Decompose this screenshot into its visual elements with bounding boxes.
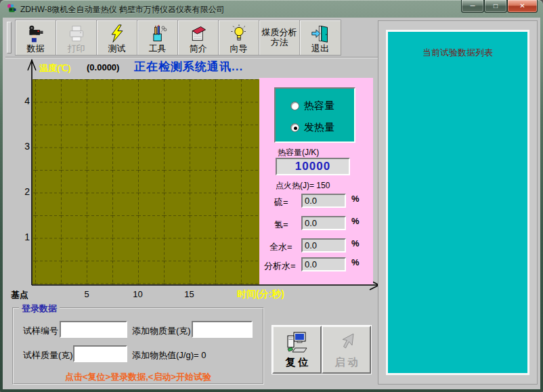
sample-id-label: 试样编号 [23, 325, 58, 337]
toolbar-button-intro[interactable]: 简介 [178, 20, 219, 55]
y-tick-4: 4 [18, 95, 30, 106]
tools-icon [148, 24, 167, 43]
ignition-heat-value: 150 [316, 181, 330, 190]
toolbar-label-data: 数据 [27, 44, 45, 53]
y-tick-1: 1 [18, 232, 30, 242]
window-title: ZDHW-8微机全自动量热仪 鹤壁市万博仪器仪表有限公司 [20, 4, 225, 16]
title-bar[interactable]: ZDHW-8微机全自动量热仪 鹤壁市万博仪器仪表有限公司 ─ □ ✕ [0, 0, 543, 18]
toolbar-button-test[interactable]: 测试 [97, 20, 137, 55]
sample-mass-label: 试样质量(克) [23, 349, 73, 362]
sample-id-input[interactable] [60, 321, 127, 338]
additive-mass-label: 添加物质量(克) [132, 325, 191, 337]
toolbar-label-tools: 工具 [149, 44, 167, 53]
sulfur-unit: % [351, 194, 360, 204]
lightning-icon [108, 24, 127, 43]
application-window: ZDHW-8微机全自动量热仪 鹤壁市万博仪器仪表有限公司 ─ □ ✕ 数据 [0, 0, 543, 392]
radio-heat-capacity-circle[interactable] [290, 102, 299, 110]
heat-capacity-label: 热容量(J/K) [278, 147, 319, 158]
minimize-icon: ─ [470, 3, 475, 9]
exit-door-icon [311, 24, 330, 43]
start-button[interactable]: 启 动 [322, 326, 371, 374]
time-axis-title: 时间(分:秒) [237, 288, 284, 301]
toolbar-grip[interactable] [7, 22, 12, 53]
close-icon: ✕ [519, 3, 525, 9]
printer-icon [67, 24, 86, 43]
notebook-icon [189, 24, 208, 43]
total-water-unit: % [351, 238, 360, 248]
y-tick-3: 3 [18, 141, 30, 152]
x-origin-label: 基点 [11, 289, 28, 301]
additive-mass-input[interactable] [192, 321, 253, 338]
toolbar-label-coal-analysis-line1: 煤质分析 [262, 28, 297, 37]
total-water-input[interactable] [301, 238, 346, 253]
toolbar-label-intro: 简介 [190, 44, 207, 53]
cursor-arrow-icon [335, 331, 358, 354]
y-tick-2: 2 [18, 186, 30, 197]
start-button-label: 启 动 [334, 356, 357, 369]
data-list-panel: 当前试验数据列表 [378, 20, 538, 385]
hydrogen-label: 氢= [274, 219, 288, 231]
toolbar-button-exit[interactable]: 退出 [300, 20, 341, 55]
login-data-title: 登录数据 [19, 303, 60, 315]
lightbulb-icon [230, 24, 248, 43]
radio-calorific-value-label: 发热量 [304, 121, 334, 134]
x-tick-10: 10 [129, 289, 146, 299]
sample-mass-input[interactable] [73, 345, 127, 362]
ignition-heat-label: 点火热(J)= 150 [276, 180, 330, 192]
radio-selected-dot [294, 127, 297, 130]
reset-button-label: 复 位 [285, 356, 308, 369]
analysis-water-unit: % [351, 257, 360, 267]
login-data-groupbox: 登录数据 试样编号 添加物质量(克) 试样质量(克) 添加物热值(J/g)= 0… [12, 307, 264, 385]
radio-heat-capacity-label: 热容量 [304, 100, 334, 112]
camera-icon [26, 24, 45, 43]
sulfur-input[interactable] [301, 194, 346, 208]
toolbar-button-tools[interactable]: 工具 [137, 20, 178, 55]
toolbar-button-coal-analysis[interactable]: 煤质分析 方法 [259, 20, 300, 55]
toolbar-label-wizard: 向导 [230, 44, 248, 53]
toolbar-label-test: 测试 [108, 44, 126, 53]
toolbar-label-print: 打印 [68, 44, 85, 53]
analysis-water-input[interactable] [301, 257, 346, 271]
minimize-button[interactable]: ─ [461, 0, 484, 13]
additive-heat-value: 0 [201, 350, 206, 360]
analysis-water-label: 分析水= [264, 260, 296, 272]
radio-heat-capacity[interactable]: 热容量 [290, 100, 334, 112]
data-list-title: 当前试验数据列表 [388, 32, 527, 59]
reset-button[interactable]: 复 位 [272, 326, 322, 374]
maximize-button[interactable]: □ [484, 0, 507, 13]
toolbar: 数据 打印 测试 [15, 20, 341, 56]
close-button[interactable]: ✕ [507, 0, 538, 13]
x-tick-15: 15 [181, 289, 198, 299]
maximize-icon: □ [494, 3, 498, 9]
toolbar-button-print[interactable]: 打印 [56, 20, 97, 55]
hint-text: 点击<复位>登录数据,<启动>开始试验 [14, 371, 263, 383]
toolbar-label-coal-analysis-line2: 方法 [271, 38, 288, 47]
sulfur-label: 硫= [274, 196, 288, 209]
radio-calorific-value[interactable]: 发热量 [290, 121, 334, 134]
app-icon [6, 3, 17, 14]
x-tick-5: 5 [80, 289, 93, 299]
computer-icon [286, 331, 309, 354]
additive-heat-label: 添加物热值(J/g)= 0 [132, 349, 206, 362]
radio-calorific-value-circle[interactable] [290, 123, 299, 132]
toolbar-button-data[interactable]: 数据 [16, 20, 56, 55]
current-test-data-list[interactable]: 当前试验数据列表 [386, 30, 529, 375]
toolbar-label-exit: 退出 [311, 44, 329, 53]
parameter-panel: 热容量 发热量 热容量(J/K) 点火热(J)= 150 硫= % 氢= % 全… [259, 78, 373, 284]
total-water-label: 全水= [269, 241, 292, 253]
toolbar-button-wizard[interactable]: 向导 [219, 20, 259, 55]
action-button-group: 复 位 启 动 [272, 325, 372, 374]
heat-capacity-input[interactable] [276, 158, 350, 175]
hydrogen-unit: % [351, 216, 360, 226]
client-area: 数据 打印 测试 [3, 18, 540, 389]
hydrogen-input[interactable] [301, 216, 346, 230]
mode-select-box: 热容量 发热量 [274, 87, 355, 143]
